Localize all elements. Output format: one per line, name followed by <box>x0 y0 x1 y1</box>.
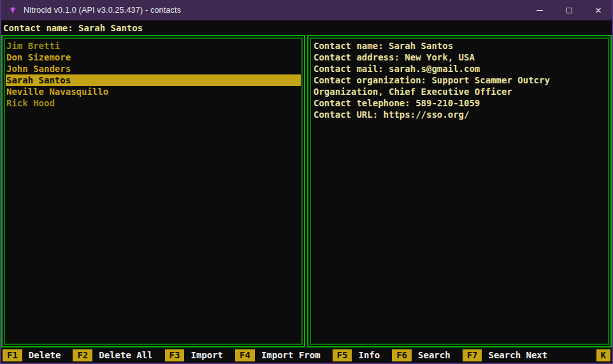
titlebar: Nitrocid v0.1.0 (API v3.0.25.437) - cont… <box>0 0 613 20</box>
fkey-label: Search Next <box>488 350 547 360</box>
maximize-button[interactable] <box>554 0 584 20</box>
fkey-f6[interactable]: F6Search <box>392 349 450 361</box>
detail-line: Contact organization: Support Scammer Ou… <box>314 74 605 86</box>
list-item[interactable]: Sarah Santos <box>6 74 301 86</box>
fkey-label: Info <box>358 350 380 360</box>
status-line: Contact name: Sarah Santos <box>1 20 612 35</box>
close-icon: ✕ <box>595 6 602 15</box>
list-item[interactable]: Rick Hood <box>6 97 301 109</box>
app-window: Nitrocid v0.1.0 (API v3.0.25.437) - cont… <box>0 0 613 364</box>
app-icon <box>8 5 18 15</box>
contact-details: Contact name: Sarah SantosContact addres… <box>310 38 609 345</box>
close-button[interactable]: ✕ <box>584 0 613 20</box>
detail-line: Contact address: New York, USA <box>314 52 605 63</box>
contacts-list-panel: Jim BrettiDon SizemoreJohn SandersSarah … <box>1 35 305 347</box>
contact-details-panel: Contact name: Sarah SantosContact addres… <box>307 35 612 347</box>
minimize-icon <box>537 10 543 11</box>
fkey-label: Delete All <box>99 350 152 360</box>
window-title: Nitrocid v0.1.0 (API v3.0.25.437) - cont… <box>24 6 181 15</box>
fkey-badge: F7 <box>463 349 482 361</box>
fkey-label: Import From <box>261 350 321 360</box>
fkey-f3[interactable]: F3Import <box>165 349 223 361</box>
detail-line: Contact mail: sarah.s@gmail.com <box>314 63 605 74</box>
fkey-f1[interactable]: F1Delete <box>3 349 61 361</box>
fkey-label: Search <box>418 350 451 360</box>
contact-list: Jim BrettiDon SizemoreJohn SandersSarah … <box>4 38 303 345</box>
fkey-f2[interactable]: F2Delete All <box>73 349 152 361</box>
list-item[interactable]: Don Sizemore <box>6 52 301 63</box>
minimize-button[interactable] <box>525 0 554 20</box>
panels-area: Jim BrettiDon SizemoreJohn SandersSarah … <box>1 35 612 347</box>
maximize-icon <box>566 8 572 13</box>
fkey-badge: F5 <box>333 349 352 361</box>
list-item[interactable]: John Sanders <box>6 63 301 74</box>
list-item[interactable]: Jim Bretti <box>6 40 301 52</box>
function-key-bar: F1DeleteF2Delete AllF3ImportF4Import Fro… <box>1 347 612 363</box>
list-item[interactable]: Neville Navasquillo <box>6 86 301 97</box>
window-controls: ✕ <box>525 0 613 20</box>
fkey-badge: F3 <box>165 349 185 361</box>
fkey-badge: F6 <box>392 349 412 361</box>
fkey-badge: F1 <box>3 349 22 361</box>
detail-line: Contact URL: https://sso.org/ <box>314 109 605 120</box>
detail-line: Contact telephone: 589-210-1059 <box>314 97 605 109</box>
keybindings-key-badge[interactable]: K <box>596 349 610 361</box>
fkey-label: Import <box>191 350 223 360</box>
fkey-f4[interactable]: F4Import From <box>235 349 321 361</box>
fkey-f5[interactable]: F5Info <box>333 349 380 361</box>
fkey-label: Delete <box>29 350 61 360</box>
fkey-f7[interactable]: F7Search Next <box>463 349 548 361</box>
fkey-badge: F4 <box>235 349 255 361</box>
detail-line: Organization, Chief Executive Officer <box>314 86 605 97</box>
function-key-groups: F1DeleteF2Delete AllF3ImportF4Import Fro… <box>3 349 559 361</box>
fkey-badge: F2 <box>73 349 92 361</box>
detail-line: Contact name: Sarah Santos <box>314 40 605 52</box>
